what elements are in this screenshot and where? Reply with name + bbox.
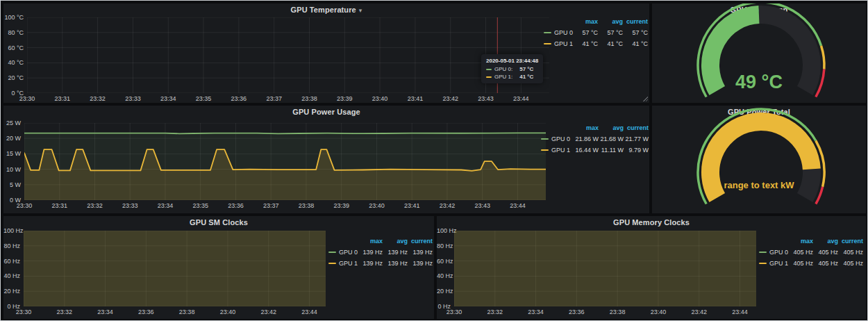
- tooltip-series-value: 57 °C: [519, 65, 533, 73]
- series-fill: [454, 231, 756, 306]
- x-tick-label: 23:30: [12, 202, 37, 209]
- legend-header-row: maxavgcurrent: [541, 122, 649, 133]
- legend-header-current[interactable]: current: [838, 238, 863, 245]
- legend-header-max[interactable]: max: [788, 238, 813, 245]
- x-tick-label: 23:39: [329, 202, 354, 209]
- legend-series-toggle[interactable]: GPU 1: [541, 147, 574, 154]
- legend-series-toggle[interactable]: GPU 0: [759, 249, 788, 256]
- legend: maxavgcurrentGPU 0405 Hz405 Hz405 HzGPU …: [759, 236, 863, 269]
- series-line: [24, 133, 546, 133]
- x-tick-label: 23:32: [82, 202, 107, 209]
- legend-series-row: GPU 0139 Hz139 Hz139 Hz: [328, 247, 433, 258]
- x-tick-label: 23:42: [438, 95, 463, 102]
- legend-series-row: GPU 057 °C57 °C57 °C: [544, 27, 648, 38]
- legend-header-row: maxavgcurrent: [544, 16, 648, 27]
- legend-series-toggle[interactable]: GPU 1: [328, 260, 358, 267]
- x-tick-label: 23:42: [687, 308, 712, 315]
- legend-series-value: 16.44 W: [574, 147, 599, 154]
- legend-series-value: 57 °C: [573, 29, 598, 36]
- plot-area[interactable]: [454, 231, 756, 306]
- legend-series-value: 139 Hz: [358, 260, 383, 267]
- legend-series-value: 41 °C: [623, 40, 648, 47]
- y-tick-label: 40 °C: [3, 59, 24, 66]
- x-tick-label: 23:41: [403, 95, 428, 102]
- y-tick-label: 60 Hz: [3, 258, 20, 265]
- legend-series-value: 139 Hz: [408, 249, 433, 256]
- x-tick-label: 23:44: [297, 308, 322, 315]
- y-tick-label: 100 Hz: [3, 227, 20, 234]
- legend-series-value: 41 °C: [598, 40, 623, 47]
- y-tick-label: 25 W: [3, 120, 21, 126]
- y-tick-label: 80 °C: [3, 29, 24, 36]
- y-tick-label: 20 Hz: [437, 288, 451, 295]
- legend-series-value: 139 Hz: [408, 260, 433, 267]
- legend-series-name: GPU 0: [554, 29, 573, 36]
- series-color-dash: [541, 149, 549, 151]
- legend-series-value: 9.79 W: [624, 147, 649, 154]
- x-tick-label: 23:34: [524, 308, 549, 315]
- legend-header-avg[interactable]: avg: [599, 124, 624, 131]
- x-tick-label: 23:35: [191, 95, 216, 102]
- x-tick-label: 23:39: [332, 95, 357, 102]
- panel-gpu-power-usage: GPU Power Usage 0 W5 W10 W15 W20 W25 W23…: [3, 106, 649, 213]
- x-tick-label: 23:38: [294, 202, 319, 209]
- x-tick-label: 23:43: [474, 95, 499, 102]
- legend-series-name: GPU 0: [551, 135, 570, 142]
- y-tick-label: 5 W: [3, 181, 21, 188]
- legend-series-value: 11.11 W: [599, 147, 624, 154]
- x-tick-label: 23:34: [156, 95, 181, 102]
- legend-header-avg[interactable]: avg: [813, 238, 838, 245]
- plot-area[interactable]: [27, 17, 549, 93]
- legend-series-name: GPU 0: [339, 249, 358, 256]
- legend-series-value: 405 Hz: [813, 249, 838, 256]
- legend-header-current[interactable]: current: [624, 124, 649, 131]
- x-tick-label: 23:34: [153, 202, 178, 209]
- legend-series-value: 21.77 W: [624, 135, 649, 142]
- plot-area[interactable]: [24, 123, 546, 200]
- legend-series-toggle[interactable]: GPU 1: [759, 260, 788, 267]
- legend-series-toggle[interactable]: GPU 0: [544, 29, 573, 36]
- legend-series-toggle[interactable]: GPU 0: [328, 249, 358, 256]
- y-tick-label: 60 Hz: [437, 258, 451, 265]
- legend-series-row: GPU 141 °C41 °C41 °C: [544, 38, 648, 49]
- legend-series-value: 405 Hz: [788, 249, 813, 256]
- legend-header-current[interactable]: current: [623, 18, 648, 25]
- legend-series-row: GPU 116.44 W11.11 W9.79 W: [541, 145, 649, 156]
- legend-header-max[interactable]: max: [358, 238, 383, 245]
- gauge-arc: [652, 106, 866, 213]
- series-color-dash: [328, 263, 336, 264]
- legend-series-value: 139 Hz: [383, 249, 408, 256]
- panel-gpu-memory-clocks: GPU Memory Clocks 0 Hz20 Hz40 Hz60 Hz80 …: [437, 216, 866, 319]
- legend-series-name: GPU 1: [554, 40, 573, 47]
- y-tick-label: 100 Hz: [437, 227, 451, 234]
- legend-series-name: GPU 0: [769, 249, 788, 256]
- legend-header-avg[interactable]: avg: [383, 238, 408, 245]
- series-color-dash: [541, 138, 549, 140]
- legend-header-max[interactable]: max: [574, 124, 599, 131]
- x-tick-label: 23:30: [11, 308, 36, 315]
- legend-series-value: 21.68 W: [599, 135, 624, 142]
- legend-series-row: GPU 1405 Hz405 Hz405 Hz: [759, 258, 863, 269]
- y-tick-label: 20 °C: [3, 74, 24, 81]
- graph-tooltip: 2020-05-01 23:44:48 GPU 0:57 °CGPU 1:41 …: [481, 54, 543, 83]
- y-tick-label: 40 Hz: [437, 272, 451, 279]
- legend-header-max[interactable]: max: [573, 18, 598, 25]
- x-tick-label: 23:41: [399, 202, 424, 209]
- legend: maxavgcurrentGPU 021.86 W21.68 W21.77 WG…: [541, 122, 649, 156]
- legend-series-value: 139 Hz: [358, 249, 383, 256]
- plot-area[interactable]: [24, 231, 326, 306]
- legend-header-current[interactable]: current: [408, 238, 433, 245]
- x-tick-label: 23:33: [120, 95, 145, 102]
- legend-series-value: 57 °C: [623, 29, 648, 36]
- legend-header-avg[interactable]: avg: [598, 18, 623, 25]
- legend-header-row: maxavgcurrent: [759, 236, 863, 247]
- legend-series-toggle[interactable]: GPU 1: [544, 40, 573, 47]
- legend-series-toggle[interactable]: GPU 0: [541, 135, 574, 142]
- y-tick-label: 80 Hz: [437, 242, 451, 249]
- legend-series-value: 405 Hz: [788, 260, 813, 267]
- y-tick-label: 100 °C: [3, 14, 24, 21]
- x-tick-label: 23:38: [297, 95, 322, 102]
- x-tick-label: 23:40: [646, 308, 671, 315]
- x-tick-label: 23:37: [262, 95, 287, 102]
- legend-series-value: 57 °C: [598, 29, 623, 36]
